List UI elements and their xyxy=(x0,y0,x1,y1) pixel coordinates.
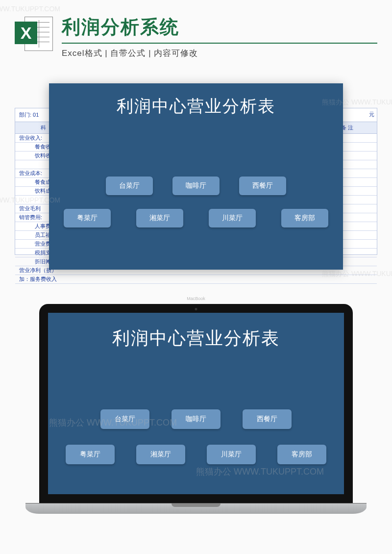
dept-button-taiwan[interactable]: 台菜厅 xyxy=(106,176,153,195)
dept-button-sichuan[interactable]: 川菜厅 xyxy=(209,209,256,227)
page-title: 利润分析系统 xyxy=(62,15,377,40)
excel-icon: X xyxy=(15,15,53,53)
panel-title: 利润中心营业分析表 xyxy=(59,95,333,118)
laptop-brand: MacBook xyxy=(187,296,205,301)
dept-button-hunan[interactable]: 湘菜厅 xyxy=(136,209,183,227)
unit-label: 元 xyxy=(369,111,374,118)
preview-spreadsheet-panel: 部门: 01 科 目 备 注 营业收入: 餐食收 饮料收 营业成本: 餐食成 饮… xyxy=(15,83,377,270)
page-subtitle: Excel格式 | 自带公式 | 内容可修改 xyxy=(62,43,377,59)
laptop-base xyxy=(25,503,367,514)
dept-button-cantonese[interactable]: 粤菜厅 xyxy=(64,209,111,227)
dept-button-western[interactable]: 西餐厅 xyxy=(239,176,286,195)
page-header: X 利润分析系统 Excel格式 | 自带公式 | 内容可修改 xyxy=(0,0,392,69)
analysis-panel: 利润中心营业分析表 台菜厅 咖啡厅 西餐厅 粤菜厅 湘菜厅 川菜厅 客房部 xyxy=(49,83,343,270)
dept-button-coffee[interactable]: 咖啡厅 xyxy=(172,176,220,195)
laptop-screen: 利润中心营业分析表 台菜厅 咖啡厅 西餐厅 粤菜厅 湘菜厅 川菜厅 客房部 Ma… xyxy=(39,304,353,503)
dept-button-taiwan[interactable]: 台菜厅 xyxy=(100,409,149,429)
dept-button-rooms[interactable]: 客房部 xyxy=(281,209,328,227)
dept-button-coffee[interactable]: 咖啡厅 xyxy=(172,409,220,429)
analysis-panel-laptop: 利润中心营业分析表 台菜厅 咖啡厅 西餐厅 粤菜厅 湘菜厅 川菜厅 客房部 xyxy=(48,313,344,494)
table-row: 加：服务费收入 xyxy=(15,275,377,284)
dept-button-cantonese[interactable]: 粤菜厅 xyxy=(66,445,115,464)
dept-button-rooms[interactable]: 客房部 xyxy=(277,445,326,464)
panel-title: 利润中心营业分析表 xyxy=(60,327,332,351)
dept-button-western[interactable]: 西餐厅 xyxy=(243,409,292,429)
dept-button-hunan[interactable]: 湘菜厅 xyxy=(136,445,185,464)
dept-button-sichuan[interactable]: 川菜厅 xyxy=(207,445,256,464)
preview-laptop: 利润中心营业分析表 台菜厅 咖啡厅 西餐厅 粤菜厅 湘菜厅 川菜厅 客房部 Ma… xyxy=(39,304,353,514)
